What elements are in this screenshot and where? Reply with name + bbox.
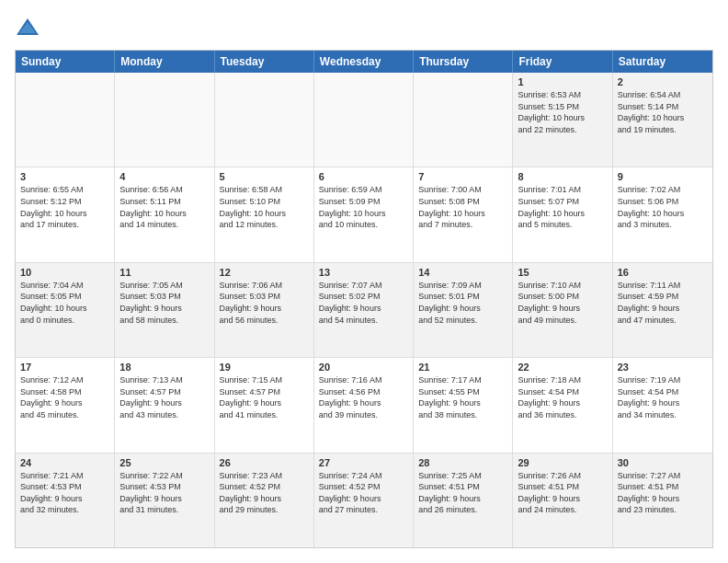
day-info: Sunrise: 7:09 AM Sunset: 5:01 PM Dayligh… xyxy=(418,280,507,326)
day-number: 6 xyxy=(319,171,408,182)
day-number: 22 xyxy=(518,362,607,373)
day-number: 5 xyxy=(220,171,309,182)
day-number: 24 xyxy=(20,457,109,468)
day-info: Sunrise: 6:55 AM Sunset: 5:12 PM Dayligh… xyxy=(20,184,109,230)
day-number: 11 xyxy=(119,267,209,278)
calendar-cell: 28Sunrise: 7:25 AM Sunset: 4:51 PM Dayli… xyxy=(414,454,513,547)
day-number: 30 xyxy=(618,457,708,468)
day-number: 27 xyxy=(319,457,408,468)
day-info: Sunrise: 7:24 AM Sunset: 4:52 PM Dayligh… xyxy=(319,470,408,516)
calendar-header: SundayMondayTuesdayWednesdayThursdayFrid… xyxy=(16,51,712,73)
calendar-cell: 1Sunrise: 6:53 AM Sunset: 5:15 PM Daylig… xyxy=(513,73,612,167)
weekday-header: Sunday xyxy=(16,51,115,73)
day-info: Sunrise: 7:04 AM Sunset: 5:05 PM Dayligh… xyxy=(20,280,109,326)
day-number: 10 xyxy=(20,267,109,278)
weekday-header: Wednesday xyxy=(314,51,414,73)
calendar-cell: 4Sunrise: 6:56 AM Sunset: 5:11 PM Daylig… xyxy=(115,167,214,261)
day-info: Sunrise: 7:01 AM Sunset: 5:07 PM Dayligh… xyxy=(518,184,607,230)
calendar-cell: 30Sunrise: 7:27 AM Sunset: 4:51 PM Dayli… xyxy=(613,454,712,547)
weekday-header: Saturday xyxy=(613,51,712,73)
day-info: Sunrise: 7:23 AM Sunset: 4:52 PM Dayligh… xyxy=(220,470,309,516)
day-number: 17 xyxy=(20,362,109,373)
day-info: Sunrise: 7:10 AM Sunset: 5:00 PM Dayligh… xyxy=(518,280,607,326)
day-info: Sunrise: 7:22 AM Sunset: 4:53 PM Dayligh… xyxy=(119,470,209,516)
day-info: Sunrise: 7:05 AM Sunset: 5:03 PM Dayligh… xyxy=(119,280,209,326)
calendar-cell: 29Sunrise: 7:26 AM Sunset: 4:51 PM Dayli… xyxy=(513,454,612,547)
day-info: Sunrise: 6:56 AM Sunset: 5:11 PM Dayligh… xyxy=(119,184,209,230)
calendar-cell xyxy=(215,73,314,167)
calendar-cell xyxy=(414,73,513,167)
day-number: 8 xyxy=(518,171,607,182)
calendar-row: 3Sunrise: 6:55 AM Sunset: 5:12 PM Daylig… xyxy=(16,167,712,262)
calendar-cell: 23Sunrise: 7:19 AM Sunset: 4:54 PM Dayli… xyxy=(613,358,712,452)
day-number: 12 xyxy=(220,267,309,278)
day-info: Sunrise: 7:13 AM Sunset: 4:57 PM Dayligh… xyxy=(119,374,209,420)
day-info: Sunrise: 7:25 AM Sunset: 4:51 PM Dayligh… xyxy=(418,470,507,516)
day-number: 4 xyxy=(119,171,209,182)
calendar-cell: 8Sunrise: 7:01 AM Sunset: 5:07 PM Daylig… xyxy=(513,167,612,261)
day-info: Sunrise: 6:58 AM Sunset: 5:10 PM Dayligh… xyxy=(220,184,309,230)
day-info: Sunrise: 7:18 AM Sunset: 4:54 PM Dayligh… xyxy=(518,374,607,420)
weekday-header: Monday xyxy=(115,51,214,73)
day-number: 14 xyxy=(418,267,507,278)
calendar-cell: 13Sunrise: 7:07 AM Sunset: 5:02 PM Dayli… xyxy=(314,263,414,357)
day-number: 18 xyxy=(119,362,209,373)
day-number: 21 xyxy=(418,362,507,373)
page: SundayMondayTuesdayWednesdayThursdayFrid… xyxy=(0,0,728,563)
calendar-cell: 6Sunrise: 6:59 AM Sunset: 5:09 PM Daylig… xyxy=(314,167,414,261)
day-info: Sunrise: 7:02 AM Sunset: 5:06 PM Dayligh… xyxy=(618,184,708,230)
calendar-cell: 10Sunrise: 7:04 AM Sunset: 5:05 PM Dayli… xyxy=(16,263,115,357)
calendar-cell: 24Sunrise: 7:21 AM Sunset: 4:53 PM Dayli… xyxy=(16,454,115,547)
calendar-cell: 2Sunrise: 6:54 AM Sunset: 5:14 PM Daylig… xyxy=(613,73,712,167)
day-number: 20 xyxy=(319,362,408,373)
day-number: 15 xyxy=(518,267,607,278)
calendar-cell: 5Sunrise: 6:58 AM Sunset: 5:10 PM Daylig… xyxy=(215,167,314,261)
day-number: 1 xyxy=(518,76,607,87)
calendar-row: 1Sunrise: 6:53 AM Sunset: 5:15 PM Daylig… xyxy=(16,73,712,167)
calendar-cell: 12Sunrise: 7:06 AM Sunset: 5:03 PM Dayli… xyxy=(215,263,314,357)
day-info: Sunrise: 7:11 AM Sunset: 4:59 PM Dayligh… xyxy=(618,280,708,326)
day-info: Sunrise: 7:07 AM Sunset: 5:02 PM Dayligh… xyxy=(319,280,408,326)
day-info: Sunrise: 7:26 AM Sunset: 4:51 PM Dayligh… xyxy=(518,470,607,516)
calendar-cell xyxy=(16,73,115,167)
calendar-cell: 21Sunrise: 7:17 AM Sunset: 4:55 PM Dayli… xyxy=(414,358,513,452)
day-info: Sunrise: 7:12 AM Sunset: 4:58 PM Dayligh… xyxy=(20,374,109,420)
calendar-cell: 22Sunrise: 7:18 AM Sunset: 4:54 PM Dayli… xyxy=(513,358,612,452)
day-info: Sunrise: 7:27 AM Sunset: 4:51 PM Dayligh… xyxy=(618,470,708,516)
calendar-cell: 25Sunrise: 7:22 AM Sunset: 4:53 PM Dayli… xyxy=(115,454,214,547)
calendar-cell: 3Sunrise: 6:55 AM Sunset: 5:12 PM Daylig… xyxy=(16,167,115,261)
day-number: 2 xyxy=(618,76,708,87)
calendar-row: 10Sunrise: 7:04 AM Sunset: 5:05 PM Dayli… xyxy=(16,263,712,358)
day-number: 7 xyxy=(418,171,507,182)
calendar-body: 1Sunrise: 6:53 AM Sunset: 5:15 PM Daylig… xyxy=(16,73,712,547)
calendar-cell: 9Sunrise: 7:02 AM Sunset: 5:06 PM Daylig… xyxy=(613,167,712,261)
day-info: Sunrise: 7:19 AM Sunset: 4:54 PM Dayligh… xyxy=(618,374,708,420)
day-number: 19 xyxy=(220,362,309,373)
calendar-cell xyxy=(314,73,414,167)
calendar: SundayMondayTuesdayWednesdayThursdayFrid… xyxy=(15,50,713,548)
day-info: Sunrise: 6:54 AM Sunset: 5:14 PM Dayligh… xyxy=(618,89,708,135)
calendar-row: 17Sunrise: 7:12 AM Sunset: 4:58 PM Dayli… xyxy=(16,358,712,453)
weekday-header: Tuesday xyxy=(215,51,314,73)
weekday-header: Thursday xyxy=(414,51,513,73)
day-number: 29 xyxy=(518,457,607,468)
day-info: Sunrise: 7:17 AM Sunset: 4:55 PM Dayligh… xyxy=(418,374,507,420)
day-info: Sunrise: 7:00 AM Sunset: 5:08 PM Dayligh… xyxy=(418,184,507,230)
day-number: 25 xyxy=(119,457,209,468)
weekday-header: Friday xyxy=(513,51,612,73)
day-number: 9 xyxy=(618,171,708,182)
calendar-cell: 27Sunrise: 7:24 AM Sunset: 4:52 PM Dayli… xyxy=(314,454,414,547)
day-info: Sunrise: 7:15 AM Sunset: 4:57 PM Dayligh… xyxy=(220,374,309,420)
day-number: 13 xyxy=(319,267,408,278)
calendar-cell: 17Sunrise: 7:12 AM Sunset: 4:58 PM Dayli… xyxy=(16,358,115,452)
calendar-cell: 18Sunrise: 7:13 AM Sunset: 4:57 PM Dayli… xyxy=(115,358,214,452)
calendar-cell: 7Sunrise: 7:00 AM Sunset: 5:08 PM Daylig… xyxy=(414,167,513,261)
day-number: 23 xyxy=(618,362,708,373)
day-info: Sunrise: 7:06 AM Sunset: 5:03 PM Dayligh… xyxy=(220,280,309,326)
day-info: Sunrise: 7:21 AM Sunset: 4:53 PM Dayligh… xyxy=(20,470,109,516)
header xyxy=(15,15,713,40)
calendar-cell: 16Sunrise: 7:11 AM Sunset: 4:59 PM Dayli… xyxy=(613,263,712,357)
logo-icon xyxy=(15,15,40,40)
calendar-cell: 14Sunrise: 7:09 AM Sunset: 5:01 PM Dayli… xyxy=(414,263,513,357)
day-number: 26 xyxy=(220,457,309,468)
